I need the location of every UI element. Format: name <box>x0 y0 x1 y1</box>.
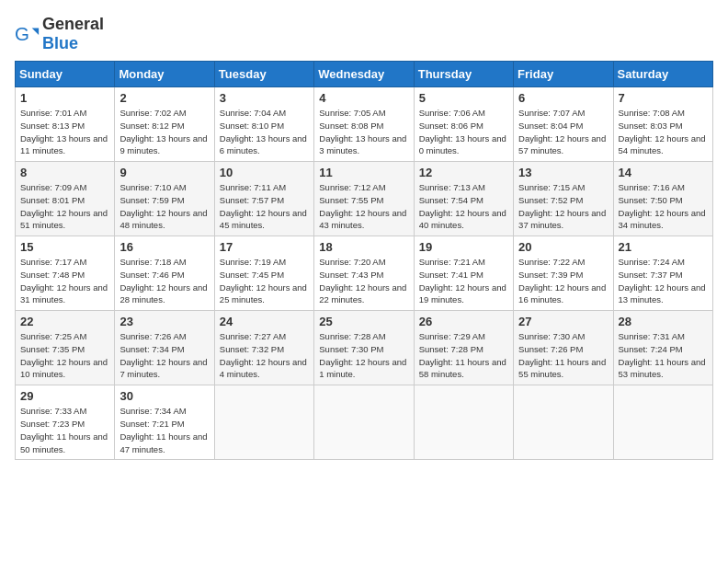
logo-general: General <box>42 15 104 33</box>
day-number: 24 <box>220 315 309 328</box>
day-number: 5 <box>419 91 508 105</box>
day-number: 9 <box>119 166 209 179</box>
day-number: 6 <box>518 91 608 105</box>
day-info: Sunrise: 7:07 AMSunset: 8:04 PMDaylight:… <box>518 107 608 157</box>
calendar-cell: 6 Sunrise: 7:07 AMSunset: 8:04 PMDayligh… <box>514 87 613 162</box>
day-info: Sunrise: 7:17 AMSunset: 7:48 PMDaylight:… <box>20 256 109 306</box>
calendar-cell: 10 Sunrise: 7:11 AMSunset: 7:57 PMDaylig… <box>214 162 313 236</box>
day-number: 19 <box>419 240 508 254</box>
day-number: 27 <box>518 315 608 328</box>
day-info: Sunrise: 7:10 AMSunset: 7:59 PMDaylight:… <box>119 181 209 232</box>
logo-blue: Blue <box>42 34 78 52</box>
day-info: Sunrise: 7:26 AMSunset: 7:34 PMDaylight:… <box>119 330 209 381</box>
day-info: Sunrise: 7:18 AMSunset: 7:46 PMDaylight:… <box>119 256 209 306</box>
calendar-cell <box>314 385 414 460</box>
day-info: Sunrise: 7:20 AMSunset: 7:43 PMDaylight:… <box>319 256 408 306</box>
calendar-cell: 28 Sunrise: 7:31 AMSunset: 7:24 PMDaylig… <box>613 311 712 385</box>
day-number: 8 <box>20 166 109 179</box>
svg-text:G: G <box>15 23 29 44</box>
day-number: 12 <box>419 166 508 179</box>
day-info: Sunrise: 7:31 AMSunset: 7:24 PMDaylight:… <box>619 330 708 381</box>
calendar-table: SundayMondayTuesdayWednesdayThursdayFrid… <box>15 61 713 460</box>
weekday-header-wednesday: Wednesday <box>314 62 414 87</box>
weekday-header-saturday: Saturday <box>613 62 712 87</box>
day-info: Sunrise: 7:29 AMSunset: 7:28 PMDaylight:… <box>419 330 508 381</box>
day-info: Sunrise: 7:30 AMSunset: 7:26 PMDaylight:… <box>518 330 608 381</box>
day-number: 13 <box>518 166 608 179</box>
calendar-cell <box>214 385 313 460</box>
weekday-header-monday: Monday <box>115 62 214 87</box>
day-number: 22 <box>20 315 109 328</box>
calendar-cell: 27 Sunrise: 7:30 AMSunset: 7:26 PMDaylig… <box>514 311 613 385</box>
day-info: Sunrise: 7:01 AMSunset: 8:13 PMDaylight:… <box>20 107 109 157</box>
logo-icon: G <box>15 21 40 47</box>
day-number: 21 <box>619 240 708 254</box>
day-number: 7 <box>619 91 708 105</box>
day-number: 28 <box>619 315 708 328</box>
calendar-cell: 15 Sunrise: 7:17 AMSunset: 7:48 PMDaylig… <box>16 236 115 311</box>
calendar-cell: 11 Sunrise: 7:12 AMSunset: 7:55 PMDaylig… <box>314 162 414 236</box>
day-info: Sunrise: 7:16 AMSunset: 7:50 PMDaylight:… <box>619 181 708 232</box>
weekday-header-tuesday: Tuesday <box>214 62 313 87</box>
calendar-cell: 5 Sunrise: 7:06 AMSunset: 8:06 PMDayligh… <box>414 87 513 162</box>
day-info: Sunrise: 7:24 AMSunset: 7:37 PMDaylight:… <box>619 256 708 306</box>
day-number: 15 <box>20 240 109 254</box>
day-info: Sunrise: 7:09 AMSunset: 8:01 PMDaylight:… <box>20 181 109 232</box>
calendar-cell: 25 Sunrise: 7:28 AMSunset: 7:30 PMDaylig… <box>314 311 414 385</box>
day-number: 26 <box>419 315 508 328</box>
weekday-header-thursday: Thursday <box>414 62 513 87</box>
calendar-cell: 18 Sunrise: 7:20 AMSunset: 7:43 PMDaylig… <box>314 236 414 311</box>
calendar-cell: 14 Sunrise: 7:16 AMSunset: 7:50 PMDaylig… <box>613 162 712 236</box>
calendar-cell: 3 Sunrise: 7:04 AMSunset: 8:10 PMDayligh… <box>214 87 313 162</box>
day-number: 20 <box>518 240 608 254</box>
day-info: Sunrise: 7:27 AMSunset: 7:32 PMDaylight:… <box>220 330 309 381</box>
day-info: Sunrise: 7:33 AMSunset: 7:23 PMDaylight:… <box>20 405 109 455</box>
day-info: Sunrise: 7:22 AMSunset: 7:39 PMDaylight:… <box>518 256 608 306</box>
calendar-cell <box>414 385 513 460</box>
day-info: Sunrise: 7:13 AMSunset: 7:54 PMDaylight:… <box>419 181 508 232</box>
calendar-cell: 4 Sunrise: 7:05 AMSunset: 8:08 PMDayligh… <box>314 87 414 162</box>
day-info: Sunrise: 7:06 AMSunset: 8:06 PMDaylight:… <box>419 107 508 157</box>
day-info: Sunrise: 7:28 AMSunset: 7:30 PMDaylight:… <box>319 330 408 381</box>
weekday-header-friday: Friday <box>514 62 613 87</box>
day-number: 10 <box>220 166 309 179</box>
calendar-cell: 13 Sunrise: 7:15 AMSunset: 7:52 PMDaylig… <box>514 162 613 236</box>
calendar-cell: 26 Sunrise: 7:29 AMSunset: 7:28 PMDaylig… <box>414 311 513 385</box>
day-info: Sunrise: 7:04 AMSunset: 8:10 PMDaylight:… <box>220 107 309 157</box>
calendar-cell: 16 Sunrise: 7:18 AMSunset: 7:46 PMDaylig… <box>115 236 214 311</box>
day-info: Sunrise: 7:08 AMSunset: 8:03 PMDaylight:… <box>619 107 708 157</box>
calendar-cell: 12 Sunrise: 7:13 AMSunset: 7:54 PMDaylig… <box>414 162 513 236</box>
weekday-header-sunday: Sunday <box>16 62 115 87</box>
day-info: Sunrise: 7:25 AMSunset: 7:35 PMDaylight:… <box>20 330 109 381</box>
svg-marker-1 <box>32 28 39 34</box>
day-info: Sunrise: 7:11 AMSunset: 7:57 PMDaylight:… <box>220 181 309 232</box>
calendar-cell: 19 Sunrise: 7:21 AMSunset: 7:41 PMDaylig… <box>414 236 513 311</box>
calendar-cell: 1 Sunrise: 7:01 AMSunset: 8:13 PMDayligh… <box>16 87 115 162</box>
day-number: 1 <box>20 91 109 105</box>
page-header: G General Blue <box>15 15 713 53</box>
calendar-cell: 7 Sunrise: 7:08 AMSunset: 8:03 PMDayligh… <box>613 87 712 162</box>
day-number: 2 <box>119 91 209 105</box>
calendar-cell <box>514 385 613 460</box>
calendar-cell <box>613 385 712 460</box>
day-number: 3 <box>220 91 309 105</box>
day-info: Sunrise: 7:15 AMSunset: 7:52 PMDaylight:… <box>518 181 608 232</box>
day-number: 18 <box>319 240 408 254</box>
calendar-cell: 2 Sunrise: 7:02 AMSunset: 8:12 PMDayligh… <box>115 87 214 162</box>
day-number: 29 <box>20 389 109 403</box>
day-number: 17 <box>220 240 309 254</box>
calendar-cell: 8 Sunrise: 7:09 AMSunset: 8:01 PMDayligh… <box>16 162 115 236</box>
day-number: 25 <box>319 315 408 328</box>
calendar-cell: 24 Sunrise: 7:27 AMSunset: 7:32 PMDaylig… <box>214 311 313 385</box>
day-info: Sunrise: 7:05 AMSunset: 8:08 PMDaylight:… <box>319 107 408 157</box>
calendar-cell: 17 Sunrise: 7:19 AMSunset: 7:45 PMDaylig… <box>214 236 313 311</box>
day-number: 23 <box>119 315 209 328</box>
calendar-cell: 9 Sunrise: 7:10 AMSunset: 7:59 PMDayligh… <box>115 162 214 236</box>
day-number: 30 <box>119 389 209 403</box>
day-number: 11 <box>319 166 408 179</box>
day-info: Sunrise: 7:12 AMSunset: 7:55 PMDaylight:… <box>319 181 408 232</box>
calendar-cell: 30 Sunrise: 7:34 AMSunset: 7:21 PMDaylig… <box>115 385 214 460</box>
calendar-cell: 29 Sunrise: 7:33 AMSunset: 7:23 PMDaylig… <box>16 385 115 460</box>
calendar-cell: 21 Sunrise: 7:24 AMSunset: 7:37 PMDaylig… <box>613 236 712 311</box>
day-info: Sunrise: 7:19 AMSunset: 7:45 PMDaylight:… <box>220 256 309 306</box>
